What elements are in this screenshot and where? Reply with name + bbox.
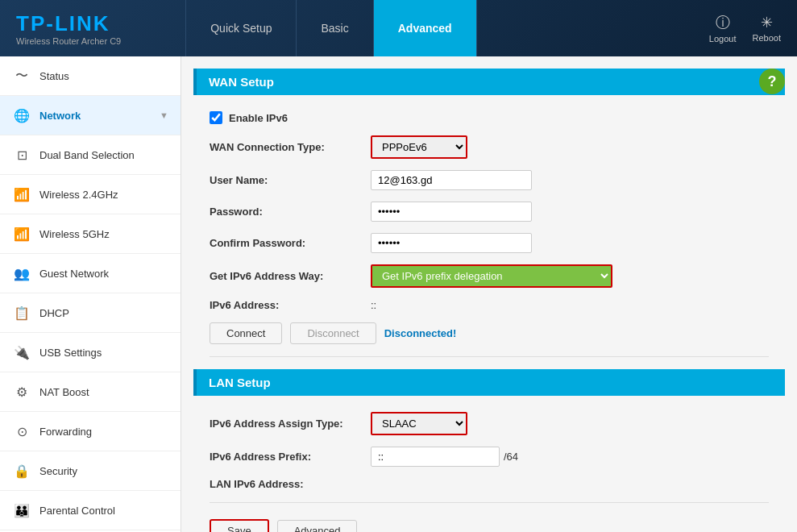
prefix-suffix: /64 — [504, 451, 518, 463]
ipv6-prefix-label: IPv6 Address Prefix: — [210, 451, 371, 463]
disconnected-status: Disconnected! — [384, 327, 457, 339]
dual-band-icon: ⊡ — [12, 145, 31, 164]
sidebar-item-security[interactable]: 🔒 Security — [0, 451, 181, 491]
logout-icon: ⓘ — [716, 13, 730, 32]
usb-icon: 🔌 — [12, 343, 31, 362]
sidebar-item-dual-band[interactable]: ⊡ Dual Band Selection — [0, 135, 181, 175]
wireless-24-icon: 📶 — [12, 185, 31, 204]
enable-ipv6-group: Enable IPv6 — [193, 111, 785, 124]
sidebar-item-wireless-24[interactable]: 📶 Wireless 2.4GHz — [0, 175, 181, 214]
sidebar-label-guest-network: Guest Network — [39, 268, 109, 280]
confirm-password-input[interactable] — [371, 233, 532, 253]
connect-button-group: Connect Disconnect Disconnected! — [193, 322, 785, 344]
sidebar-label-dhcp: DHCP — [39, 307, 69, 319]
bottom-divider — [210, 502, 769, 503]
reboot-label: Reboot — [753, 33, 781, 43]
security-icon: 🔒 — [12, 461, 31, 480]
advanced-button[interactable]: Advanced — [277, 520, 358, 532]
username-group: User Name: — [193, 170, 785, 190]
assign-type-label: IPv6 Address Assign Type: — [210, 418, 371, 430]
save-button[interactable]: Save — [210, 519, 269, 532]
wan-connection-type-select[interactable]: PPPoEv6 DHCPv6 Static IPv6 — [371, 135, 467, 159]
ipv6-prefix-input[interactable] — [371, 447, 500, 467]
sidebar-label-status: Status — [39, 70, 69, 82]
sidebar-item-forwarding[interactable]: ⊙ Forwarding — [0, 412, 181, 451]
password-group: Password: — [193, 202, 785, 222]
sidebar-label-dual-band: Dual Band Selection — [39, 149, 135, 161]
sidebar-item-wireless-5[interactable]: 📶 Wireless 5GHz — [0, 214, 181, 254]
username-label: User Name: — [210, 174, 371, 186]
sidebar-label-wireless-5: Wireless 5GHz — [39, 228, 110, 240]
connect-button[interactable]: Connect — [210, 322, 282, 344]
enable-ipv6-checkbox[interactable] — [210, 111, 222, 124]
status-icon: 〜 — [12, 66, 31, 85]
confirm-password-group: Confirm Password: — [193, 233, 785, 253]
header-actions: ⓘ Logout ✳ Reboot — [709, 13, 781, 44]
logout-button[interactable]: ⓘ Logout — [709, 13, 737, 44]
nat-icon: ⚙ — [12, 382, 31, 401]
password-input[interactable] — [371, 202, 532, 222]
lan-ipv6-group: LAN IPv6 Address: — [193, 478, 785, 490]
logo-subtitle: Wireless Router Archer C9 — [16, 36, 121, 46]
sidebar-label-network: Network — [39, 110, 81, 122]
tab-basic[interactable]: Basic — [297, 0, 373, 56]
ipv6-address-label: IPv6 Address: — [210, 299, 371, 311]
wan-setup-header: WAN Setup — [193, 69, 785, 95]
sidebar-item-dhcp[interactable]: 📋 DHCP — [0, 293, 181, 333]
bottom-button-group: Save Advanced — [193, 519, 785, 532]
content-area: ? WAN Setup Enable IPv6 WAN Connection T… — [181, 56, 797, 532]
password-label: Password: — [210, 206, 371, 218]
guest-network-icon: 👥 — [12, 264, 31, 283]
assign-type-group: IPv6 Address Assign Type: SLAAC DHCPv6 D… — [193, 412, 785, 435]
sidebar-label-parental: Parental Control — [39, 505, 115, 517]
wan-connection-type-label: WAN Connection Type: — [210, 141, 371, 153]
get-ipv6-label: Get IPv6 Address Way: — [210, 270, 371, 282]
confirm-password-label: Confirm Password: — [210, 237, 371, 249]
sidebar-label-wireless-24: Wireless 2.4GHz — [39, 189, 118, 201]
sidebar-item-guest-network[interactable]: 👥 Guest Network — [0, 254, 181, 293]
ipv6-address-value: :: — [371, 299, 376, 311]
sidebar-label-nat: NAT Boost — [39, 386, 89, 398]
ipv6-address-group: IPv6 Address: :: — [193, 299, 785, 311]
sidebar-label-forwarding: Forwarding — [39, 426, 92, 438]
wireless-5-icon: 📶 — [12, 224, 31, 243]
ipv6-prefix-group: IPv6 Address Prefix: /64 — [193, 447, 785, 467]
wan-connection-type-group: WAN Connection Type: PPPoEv6 DHCPv6 Stat… — [193, 135, 785, 159]
lan-ipv6-label: LAN IPv6 Address: — [210, 478, 371, 490]
chevron-down-icon: ▼ — [160, 110, 168, 120]
reboot-icon: ✳ — [761, 14, 773, 31]
logo: TP-LINK — [16, 11, 121, 36]
main-layout: 〜 Status 🌐 Network ▼ ⊡ Dual Band Selecti… — [0, 56, 797, 532]
disconnect-button[interactable]: Disconnect — [290, 322, 376, 344]
tab-quick-setup[interactable]: Quick Setup — [185, 0, 297, 56]
network-icon: 🌐 — [12, 106, 31, 125]
help-button[interactable]: ? — [759, 69, 785, 94]
lan-setup-header: LAN Setup — [193, 369, 785, 396]
sidebar-label-security: Security — [39, 465, 77, 477]
logout-label: Logout — [709, 34, 737, 44]
logo-area: TP-LINK Wireless Router Archer C9 — [16, 11, 121, 46]
reboot-button[interactable]: ✳ Reboot — [753, 14, 781, 43]
enable-ipv6-label: Enable IPv6 — [229, 112, 288, 124]
sidebar: 〜 Status 🌐 Network ▼ ⊡ Dual Band Selecti… — [0, 56, 181, 532]
nav-tabs: Quick Setup Basic Advanced — [185, 0, 476, 56]
section-divider — [210, 356, 769, 357]
sidebar-item-status[interactable]: 〜 Status — [0, 56, 181, 96]
header: TP-LINK Wireless Router Archer C9 Quick … — [0, 0, 797, 56]
forwarding-icon: ⊙ — [12, 422, 31, 441]
sidebar-item-parental-control[interactable]: 👪 Parental Control — [0, 491, 181, 530]
get-ipv6-group: Get IPv6 Address Way: Get IPv6 prefix de… — [193, 264, 785, 288]
tab-advanced[interactable]: Advanced — [374, 0, 477, 56]
assign-type-select[interactable]: SLAAC DHCPv6 Disabled — [371, 412, 467, 435]
get-ipv6-select[interactable]: Get IPv6 prefix delegation Use IP addres… — [371, 264, 612, 288]
username-input[interactable] — [371, 170, 532, 190]
dhcp-icon: 📋 — [12, 303, 31, 322]
sidebar-item-nat-boost[interactable]: ⚙ NAT Boost — [0, 372, 181, 412]
sidebar-label-usb: USB Settings — [39, 347, 102, 359]
sidebar-item-network[interactable]: 🌐 Network ▼ — [0, 96, 181, 135]
sidebar-item-usb-settings[interactable]: 🔌 USB Settings — [0, 333, 181, 372]
parental-icon: 👪 — [12, 501, 31, 520]
